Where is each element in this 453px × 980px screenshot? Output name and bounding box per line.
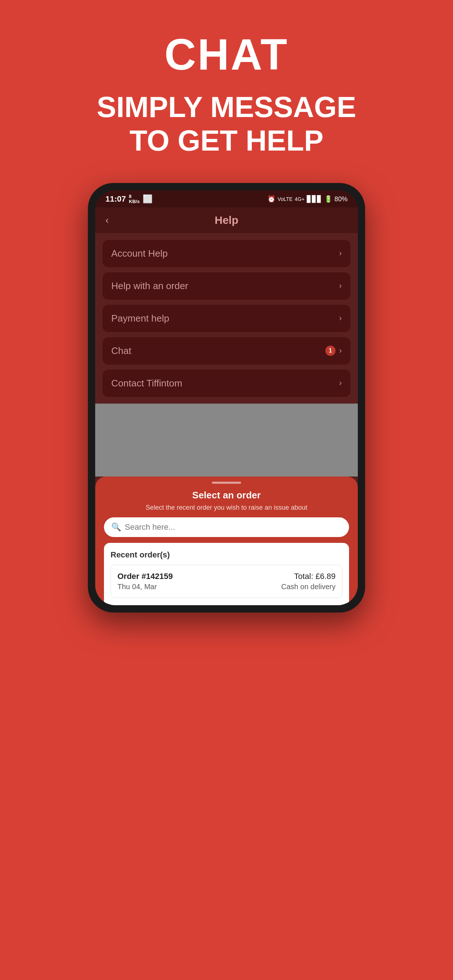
page-hero-subtitle: SIMPLY MESSAGETO GET HELP (75, 91, 378, 158)
menu-item-payment-help-label: Payment help (111, 313, 169, 324)
chevron-right-icon: › (339, 379, 342, 388)
battery-icon: 🔋 (324, 195, 332, 203)
menu-item-help-order-label: Help with an order (111, 280, 188, 292)
order-date: Thu 04, Mar (118, 582, 173, 591)
phone-screen: 11:07 8KB/s ⬜ ⏰ VoLTE 4G+ ▊▊▊ 🔋 80% ‹ He… (95, 190, 358, 605)
chevron-right-icon: › (339, 249, 342, 258)
status-left: 11:07 8KB/s ⬜ (105, 194, 152, 205)
back-button[interactable]: ‹ (105, 215, 109, 226)
order-right: Total: £6.89 Cash on delivery (281, 572, 335, 591)
sheet-subtitle: Select the recent order you wish to rais… (104, 504, 349, 512)
menu-item-contact-right: › (339, 379, 342, 388)
status-kb: 8KB/s (129, 194, 140, 205)
sheet-handle (212, 482, 241, 484)
chevron-right-icon: › (339, 346, 342, 355)
menu-item-help-order-right: › (339, 281, 342, 291)
search-container: 🔍 (104, 517, 349, 537)
battery-label: 80% (335, 196, 348, 203)
status-right: ⏰ VoLTE 4G+ ▊▊▊ 🔋 80% (267, 195, 348, 203)
search-input[interactable] (125, 522, 342, 532)
app-header: ‹ Help (95, 207, 358, 233)
chevron-right-icon: › (339, 313, 342, 323)
orders-section: Recent order(s) Order #142159 Thu 04, Ma… (104, 543, 349, 605)
status-bar: 11:07 8KB/s ⬜ ⏰ VoLTE 4G+ ▊▊▊ 🔋 80% (95, 190, 358, 207)
phone-frame: 11:07 8KB/s ⬜ ⏰ VoLTE 4G+ ▊▊▊ 🔋 80% ‹ He… (88, 183, 365, 612)
menu-item-chat-right: 1 › (325, 345, 342, 356)
menu-item-account-help[interactable]: Account Help › (102, 240, 351, 267)
search-icon: 🔍 (111, 522, 121, 532)
network-icon: VoLTE (278, 196, 292, 202)
menu-item-payment-help[interactable]: Payment help › (102, 305, 351, 332)
chat-badge: 1 (325, 345, 335, 356)
page-hero-title: CHAT (164, 29, 289, 80)
alarm-icon: ⏰ (267, 195, 275, 203)
menu-item-contact-label: Contact Tiffintom (111, 378, 182, 389)
menu-item-help-order[interactable]: Help with an order › (102, 272, 351, 300)
menu-item-account-help-label: Account Help (111, 248, 168, 259)
bottom-sheet: Select an order Select the recent order … (95, 477, 358, 605)
order-card[interactable]: Order #142159 Thu 04, Mar Total: £6.89 C… (110, 565, 343, 598)
signal-icon: ▊▊▊ (307, 195, 322, 203)
orders-label: Recent order(s) (110, 550, 343, 560)
header-title: Help (214, 214, 238, 226)
lte-icon: 4G+ (295, 196, 305, 202)
chevron-right-icon: › (339, 281, 342, 291)
order-id: Order #142159 (118, 572, 173, 581)
order-total: Total: £6.89 (281, 572, 335, 581)
status-screen-icon: ⬜ (143, 194, 152, 204)
menu-area: Account Help › Help with an order › Paym… (95, 233, 358, 404)
order-payment: Cash on delivery (281, 582, 335, 591)
menu-item-payment-help-right: › (339, 313, 342, 323)
menu-item-chat-label: Chat (111, 345, 131, 356)
order-left: Order #142159 Thu 04, Mar (118, 572, 173, 591)
menu-item-account-help-right: › (339, 249, 342, 258)
menu-item-chat[interactable]: Chat 1 › (102, 337, 351, 364)
menu-item-contact[interactable]: Contact Tiffintom › (102, 370, 351, 397)
gray-content-area (95, 404, 358, 477)
status-time: 11:07 (105, 194, 126, 204)
sheet-title: Select an order (104, 490, 349, 501)
